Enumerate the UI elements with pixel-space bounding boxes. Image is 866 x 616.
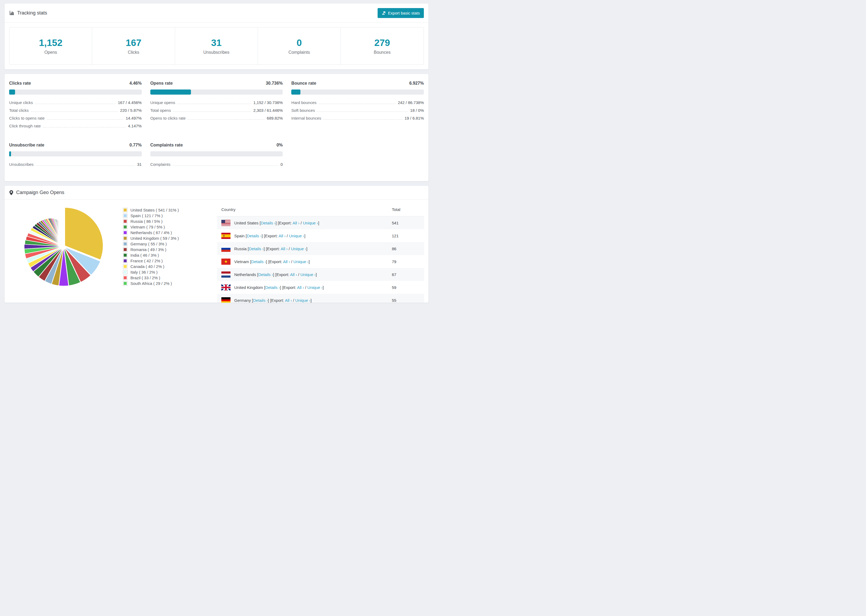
details-link[interactable]: Details › xyxy=(261,221,276,225)
rate-block-opens-rate: Opens rate30.736%Unique opens1,152 / 30.… xyxy=(150,81,283,131)
legend-item-italy: Italy ( 36 / 2% ) xyxy=(123,269,217,275)
legend-item-romania: Romania ( 49 / 3% ) xyxy=(123,247,217,252)
legend-swatch xyxy=(123,208,128,212)
stat-label: Clicks xyxy=(128,50,139,55)
total-cell: 86 xyxy=(387,242,424,255)
rate-row-label: Clicks to opens rate xyxy=(9,116,45,120)
country-cell: Netherlands [Details ›] [Export: All › /… xyxy=(221,272,387,278)
legend-label: Vietnam ( 79 / 5% ) xyxy=(131,225,165,229)
rate-row-value: 689.82% xyxy=(267,116,283,120)
stat-value: 1,152 xyxy=(39,37,63,48)
rate-row-value: 4.147% xyxy=(128,124,142,128)
geo-body: United States ( 541 / 31% )Spain ( 121 /… xyxy=(5,200,428,303)
legend-item-brazil: Brazil ( 33 / 2% ) xyxy=(123,275,217,281)
rate-row-clicks-to-opens-rate: Clicks to opens rate14.497% xyxy=(9,116,142,124)
tracking-stats-header: Tracking stats Export basic stats xyxy=(5,3,428,23)
summary-stats-row: 1,152Opens167Clicks31Unsubscribes0Compla… xyxy=(9,27,424,65)
details-link[interactable]: Details › xyxy=(249,247,264,251)
export-basic-stats-button[interactable]: Export basic stats xyxy=(378,8,424,18)
dotted-leader xyxy=(317,111,408,112)
rate-row-label: Total opens xyxy=(150,108,171,113)
country-cell: Germany [Details ›] [Export: All › / Uni… xyxy=(221,297,387,303)
legend-swatch xyxy=(123,253,128,258)
rate-row-label: Unique clicks xyxy=(9,100,33,105)
geo-table-header-row: Country Total xyxy=(217,203,424,216)
export-unique-link[interactable]: Unique › xyxy=(295,298,311,303)
rate-block-header: Opens rate30.736% xyxy=(150,81,283,86)
rate-row-total-clicks: Total clicks220 / 5.87% xyxy=(9,108,142,116)
country-links: Spain [Details ›] [Export: All › / Uniqu… xyxy=(234,234,305,238)
rate-row-value: 18 / 0% xyxy=(410,108,424,113)
legend-label: Romania ( 49 / 3% ) xyxy=(131,247,166,252)
export-all-link[interactable]: All › xyxy=(297,285,304,290)
ru-flag-icon xyxy=(221,246,230,252)
geo-title-text: Campaign Geo Opens xyxy=(16,190,64,195)
rate-row-unsubscribes: Unsubscribes31 xyxy=(9,162,142,170)
progress-track xyxy=(150,151,283,156)
legend-item-france: France ( 42 / 2% ) xyxy=(123,258,217,264)
export-unique-link[interactable]: Unique › xyxy=(289,234,304,238)
country-cell-wrap: Germany [Details ›] [Export: All › / Uni… xyxy=(217,294,387,303)
legend-item-vietnam: Vietnam ( 79 / 5% ) xyxy=(123,224,217,230)
country-cell-wrap: United Kingdom [Details ›] [Export: All … xyxy=(217,281,387,294)
export-all-link[interactable]: All › xyxy=(279,234,286,238)
country-cell: United States [Details ›] [Export: All ›… xyxy=(221,220,387,226)
legend-item-canada: Canada ( 40 / 2% ) xyxy=(123,264,217,269)
export-all-link[interactable]: All › xyxy=(293,221,299,225)
rate-value: 0.77% xyxy=(129,143,142,148)
dotted-leader xyxy=(47,118,124,119)
summary-stat-opens: 1,152Opens xyxy=(9,27,92,64)
export-all-link[interactable]: All › xyxy=(283,259,290,264)
legend-item-germany: Germany ( 55 / 3% ) xyxy=(123,241,217,247)
country-cell: United Kingdom [Details ›] [Export: All … xyxy=(221,284,387,291)
legend-item-united-states: United States ( 541 / 31% ) xyxy=(123,207,217,213)
country-links: Vietnam [Details ›] [Export: All › / Uni… xyxy=(234,259,310,264)
export-unique-link[interactable]: Unique › xyxy=(291,247,306,251)
export-all-link[interactable]: All › xyxy=(290,272,297,277)
legend-swatch xyxy=(123,242,128,246)
geo-header: Campaign Geo Opens xyxy=(5,186,428,200)
geo-opens-table: Country Total United States [Details ›] … xyxy=(217,203,424,303)
country-links: United States [Details ›] [Export: All ›… xyxy=(234,221,319,225)
export-unique-link[interactable]: Unique › xyxy=(307,285,323,290)
legend-swatch xyxy=(123,270,128,274)
rate-row-label: Opens to clicks rate xyxy=(150,116,186,120)
details-link[interactable]: Details › xyxy=(253,298,268,303)
dotted-leader xyxy=(31,111,118,112)
page-title: Tracking stats xyxy=(9,10,47,16)
rate-block-complaints-rate: Complaints rate0%Complaints0 xyxy=(150,143,283,170)
legend-item-spain: Spain ( 121 / 7% ) xyxy=(123,213,217,218)
country-links: Russia [Details ›] [Export: All › / Uniq… xyxy=(234,247,307,251)
rate-row-label: Hard bounces xyxy=(291,100,316,105)
geo-table-row-russia: Russia [Details ›] [Export: All › / Uniq… xyxy=(217,242,424,255)
export-all-link[interactable]: All › xyxy=(285,298,292,303)
legend-label: Brazil ( 33 / 2% ) xyxy=(131,275,160,280)
geo-title: Campaign Geo Opens xyxy=(9,190,64,195)
details-link[interactable]: Details › xyxy=(265,285,280,290)
details-link[interactable]: Details › xyxy=(258,272,273,277)
rate-title: Unsubscribe rate xyxy=(9,143,44,148)
es-flag-icon xyxy=(221,233,230,239)
details-link[interactable]: Details › xyxy=(251,259,266,264)
legend-label: Russia ( 86 / 5% ) xyxy=(131,219,162,224)
total-cell: 55 xyxy=(387,294,424,303)
rate-row-label: Soft bounces xyxy=(291,108,315,113)
stat-label: Complaints xyxy=(288,50,310,55)
country-cell: Spain [Details ›] [Export: All › / Uniqu… xyxy=(221,233,387,239)
rate-value: 6.927% xyxy=(409,81,424,86)
export-all-link[interactable]: All › xyxy=(281,247,288,251)
rate-row-value: 220 / 5.87% xyxy=(120,108,142,113)
legend-swatch xyxy=(123,247,128,252)
country-links: Germany [Details ›] [Export: All › / Uni… xyxy=(234,298,312,303)
stat-label: Bounces xyxy=(374,50,390,55)
rate-row-label: Internal bounces xyxy=(291,116,321,120)
rate-row-total-opens: Total opens2,303 / 61.446% xyxy=(150,108,283,116)
export-unique-link[interactable]: Unique › xyxy=(301,272,316,277)
vn-flag-icon xyxy=(221,259,230,265)
export-unique-link[interactable]: Unique › xyxy=(293,259,309,264)
details-link[interactable]: Details › xyxy=(247,234,262,238)
tracking-stats-card: Tracking stats Export basic stats 1,152O… xyxy=(4,3,429,70)
dotted-leader xyxy=(35,103,116,104)
rate-row-hard-bounces: Hard bounces242 / 86.738% xyxy=(291,100,424,108)
export-unique-link[interactable]: Unique › xyxy=(303,221,318,225)
